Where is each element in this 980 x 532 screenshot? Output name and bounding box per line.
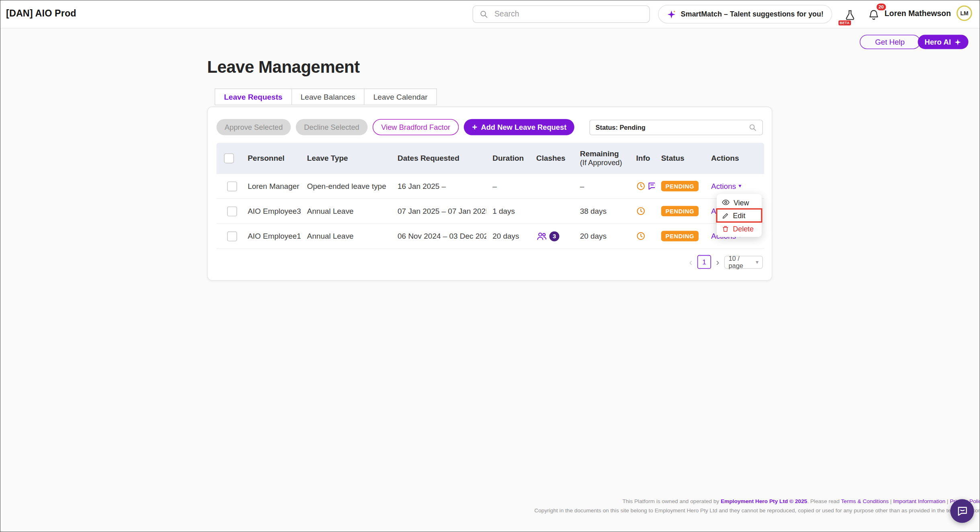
pending-clock-icon <box>636 182 646 191</box>
col-remaining-line1: Remaining <box>580 149 630 159</box>
clash-indicator[interactable]: 3 <box>536 231 574 241</box>
row-actions-menu: View Edit Delete <box>717 194 762 237</box>
hero-ai-button[interactable]: Hero AI <box>918 35 968 49</box>
pagination: ‹ 1 › 10 / page ▾ <box>689 255 763 269</box>
leave-requests-table: Personnel Leave Type Dates Requested Dur… <box>217 143 765 249</box>
col-actions: Actions <box>705 154 764 163</box>
col-info: Info <box>630 154 655 163</box>
col-remaining-line2: (If Approved) <box>580 158 630 167</box>
page-title: Leave Management <box>207 58 360 77</box>
cell-personnel: AIO Employee1 <box>242 232 301 241</box>
add-leave-label: Add New Leave Request <box>481 123 566 132</box>
cell-leave-type: Annual Leave <box>301 232 391 241</box>
tab-label: Leave Balances <box>301 92 355 101</box>
view-bradford-factor-button[interactable]: View Bradford Factor <box>372 119 459 135</box>
actions-label: Actions <box>711 182 736 190</box>
pagination-prev-button[interactable]: ‹ <box>689 257 693 266</box>
col-duration: Duration <box>486 154 530 163</box>
tab-label: Leave Requests <box>224 92 282 101</box>
comment-icon[interactable] <box>648 182 655 191</box>
pagination-page-1[interactable]: 1 <box>697 255 711 269</box>
add-new-leave-request-button[interactable]: + Add New Leave Request <box>464 119 574 135</box>
table-row: AIO Employee1 Annual Leave 06 Nov 2024 –… <box>217 224 765 249</box>
footer-text: This Platform is owned and operated by <box>622 498 721 504</box>
global-search[interactable] <box>473 5 650 23</box>
footer-important-info-link[interactable]: Important Information <box>893 498 945 504</box>
screen-frame: [DAN] AIO Prod SmartMatch – Talent sugge… <box>0 0 980 532</box>
cell-remaining: – <box>574 182 630 190</box>
cell-dates: 16 Jan 2025 – <box>392 182 486 190</box>
menu-item-edit[interactable]: Edit <box>717 209 762 222</box>
hero-ai-label: Hero AI <box>925 37 951 46</box>
clash-count-badge: 3 <box>549 231 560 241</box>
cell-status: PENDING <box>655 181 705 191</box>
col-remaining: Remaining (If Approved) <box>574 149 630 168</box>
footer-separator: | <box>945 498 950 504</box>
user-name: Loren Mathewson <box>884 9 951 18</box>
sparkle-icon <box>954 38 962 46</box>
smartmatch-button[interactable]: SmartMatch – Talent suggestions for you! <box>658 5 832 24</box>
menu-edit-label: Edit <box>733 212 745 219</box>
approve-selected-button[interactable]: Approve Selected <box>217 119 291 135</box>
col-leave-type: Leave Type <box>301 154 391 163</box>
select-all-checkbox[interactable] <box>224 153 234 164</box>
status-filter-input[interactable]: Status: Pending <box>589 119 763 135</box>
row-checkbox[interactable] <box>227 181 237 191</box>
page-size-select[interactable]: 10 / page ▾ <box>724 256 763 269</box>
footer-terms-link[interactable]: Terms & Conditions <box>841 498 889 504</box>
cell-info <box>630 207 655 216</box>
avatar: LM <box>957 5 972 21</box>
cell-remaining: 20 days <box>574 232 630 241</box>
footer-text: . Please read <box>807 498 841 504</box>
tab-leave-requests[interactable]: Leave Requests <box>215 88 292 105</box>
trash-icon <box>722 225 729 233</box>
col-clashes: Clashes <box>530 154 574 163</box>
leave-requests-card: Approve Selected Decline Selected View B… <box>207 106 772 280</box>
menu-item-delete[interactable]: Delete <box>717 222 762 235</box>
tab-leave-balances[interactable]: Leave Balances <box>291 88 365 105</box>
cell-clashes: 3 <box>530 231 574 241</box>
decline-selected-button[interactable]: Decline Selected <box>296 119 367 135</box>
user-menu[interactable]: Loren Mathewson LM <box>884 5 972 21</box>
pending-clock-icon <box>636 231 646 241</box>
footer-legal-line1: This Platform is owned and operated by E… <box>622 498 980 504</box>
col-personnel: Personnel <box>242 154 301 163</box>
pagination-next-button[interactable]: › <box>716 257 719 266</box>
status-filter-value: Status: Pending <box>596 123 646 131</box>
chevron-down-icon: ▾ <box>738 183 741 189</box>
cell-leave-type: Open-ended leave type <box>301 182 391 190</box>
top-navigation-bar: [DAN] AIO Prod SmartMatch – Talent sugge… <box>0 0 980 29</box>
get-help-button[interactable]: Get Help <box>859 35 920 49</box>
footer-text: Copyright in the documents on this site … <box>534 507 980 514</box>
menu-delete-label: Delete <box>733 225 754 233</box>
app-stage: [DAN] AIO Prod SmartMatch – Talent sugge… <box>0 0 980 532</box>
cell-info <box>630 231 655 241</box>
cell-actions: Actions ▾ <box>705 182 764 190</box>
status-badge: PENDING <box>661 181 699 191</box>
chevron-down-icon: ▾ <box>756 259 759 265</box>
labs-button[interactable]: BETA <box>841 5 859 24</box>
cell-leave-type: Annual Leave <box>301 207 391 215</box>
tab-leave-calendar[interactable]: Leave Calendar <box>364 88 437 105</box>
chat-launcher-button[interactable] <box>950 499 974 523</box>
cell-dates: 06 Nov 2024 – 03 Dec 2024 <box>392 232 486 241</box>
table-row: Loren Manager Open-ended leave type 16 J… <box>217 174 765 199</box>
status-badge: PENDING <box>661 231 699 241</box>
menu-view-label: View <box>734 198 749 206</box>
cell-personnel: AIO Employee3 <box>242 207 301 215</box>
smartmatch-label: SmartMatch – Talent suggestions for you! <box>681 10 824 18</box>
sparkle-icon <box>667 10 676 19</box>
bradford-label: View Bradford Factor <box>381 123 450 132</box>
cell-status: PENDING <box>655 231 705 241</box>
cell-remaining: 38 days <box>574 207 630 215</box>
global-search-input[interactable] <box>493 9 643 19</box>
people-icon <box>536 231 547 241</box>
notifications-button[interactable]: 20 <box>865 6 882 22</box>
footer-company-link[interactable]: Employment Hero Pty Ltd © 2025 <box>721 498 807 504</box>
cell-dates: 07 Jan 2025 – 07 Jan 2025 <box>392 207 486 215</box>
row-checkbox[interactable] <box>227 231 237 241</box>
table-header-row: Personnel Leave Type Dates Requested Dur… <box>217 143 765 174</box>
menu-item-view[interactable]: View <box>717 196 762 209</box>
row-checkbox[interactable] <box>227 206 237 216</box>
row-actions-button[interactable]: Actions ▾ <box>711 182 764 190</box>
